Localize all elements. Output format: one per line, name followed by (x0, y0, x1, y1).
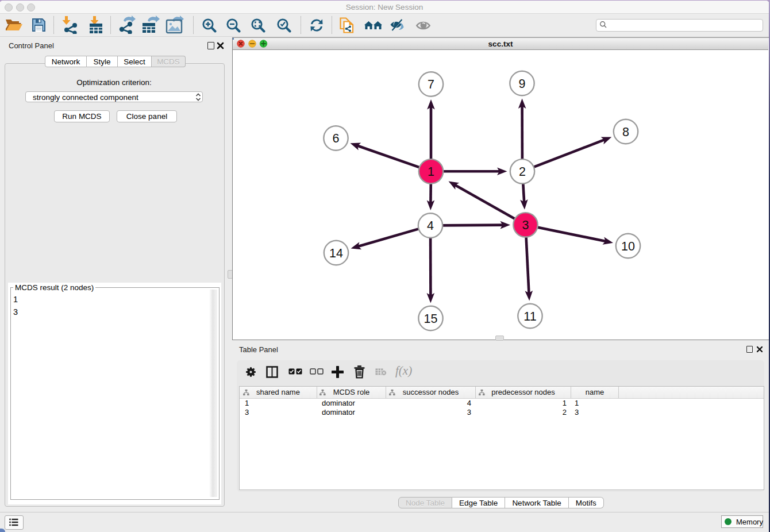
svg-text:3: 3 (522, 218, 529, 232)
svg-text:1: 1 (428, 165, 434, 179)
svg-text:4: 4 (427, 219, 434, 233)
svg-text:14: 14 (329, 246, 343, 260)
svg-text:15: 15 (424, 312, 438, 326)
svg-text:9: 9 (519, 77, 526, 91)
svg-text:7: 7 (428, 78, 434, 91)
svg-text:11: 11 (523, 310, 536, 323)
svg-text:10: 10 (621, 240, 635, 253)
svg-text:6: 6 (333, 132, 340, 145)
svg-text:8: 8 (622, 125, 629, 139)
svg-text:2: 2 (519, 165, 526, 179)
